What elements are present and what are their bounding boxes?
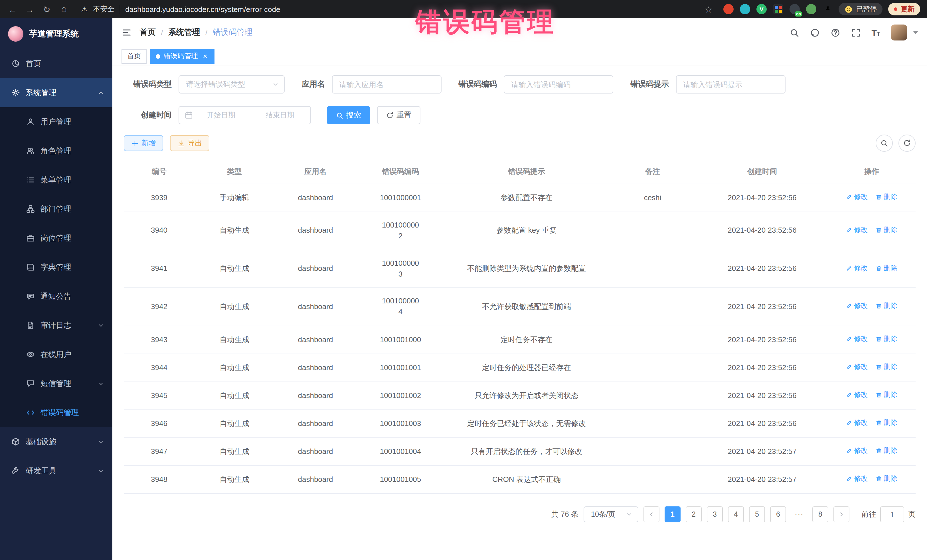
edit-link[interactable]: 修改 — [846, 362, 868, 372]
error-type-select[interactable]: 请选择错误码类型 — [179, 75, 285, 94]
error-hint-input[interactable] — [676, 75, 785, 94]
delete-link[interactable]: 删除 — [876, 446, 897, 456]
delete-link[interactable]: 删除 — [876, 192, 897, 202]
address-bar[interactable]: 不安全 dashboard.yudao.iocoder.cn/system/er… — [75, 1, 718, 17]
sidebar-item[interactable]: 系统管理 — [0, 78, 112, 107]
tab-close-icon[interactable] — [201, 52, 209, 60]
chevron-right-icon — [838, 511, 845, 518]
cell-type: 自动生成 — [195, 212, 274, 250]
dark-on-extension-icon[interactable]: on — [790, 4, 800, 14]
app-name-input[interactable] — [332, 75, 441, 94]
error-code-input[interactable] — [504, 75, 613, 94]
breadcrumb-item[interactable]: 首页 — [140, 27, 156, 38]
edit-link[interactable]: 修改 — [846, 474, 868, 484]
page-button[interactable]: 2 — [686, 507, 702, 523]
reset-button[interactable]: 重置 — [377, 106, 421, 124]
edit-link[interactable]: 修改 — [846, 390, 868, 400]
edit-link[interactable]: 修改 — [846, 301, 868, 311]
grid-extension-icon[interactable] — [773, 4, 783, 14]
green-leaf-extension-icon[interactable] — [806, 4, 816, 14]
edit-link[interactable]: 修改 — [846, 225, 868, 235]
logo[interactable]: 芋道管理系统 — [0, 18, 112, 49]
browser-back-icon[interactable] — [7, 3, 18, 15]
sidebar-item[interactable]: 用户管理 — [0, 107, 112, 136]
box-icon — [11, 437, 20, 446]
search-button[interactable]: 搜索 — [327, 106, 370, 124]
browser-home-icon[interactable] — [58, 3, 70, 15]
tab[interactable]: 首页 — [122, 49, 147, 64]
help-icon[interactable] — [830, 28, 840, 37]
refresh-table-button[interactable] — [898, 135, 916, 152]
delete-link[interactable]: 删除 — [876, 418, 897, 428]
page-button[interactable]: 1 — [664, 507, 681, 523]
security-indicator[interactable]: 不安全 — [79, 3, 114, 15]
font-size-icon[interactable] — [871, 28, 880, 37]
sidebar-item[interactable]: 审计日志 — [0, 311, 112, 340]
delete-link[interactable]: 删除 — [876, 474, 897, 484]
sidebar-item[interactable]: 岗位管理 — [0, 223, 112, 253]
red-circle-extension-icon[interactable] — [723, 4, 734, 14]
page-size-select[interactable]: 10条/页 — [584, 507, 638, 523]
paused-label: 已暂停 — [856, 4, 877, 14]
sidebar-item[interactable]: 字典管理 — [0, 253, 112, 282]
sidebar-item[interactable]: 通知公告 — [0, 282, 112, 311]
show-search-button[interactable] — [876, 135, 893, 152]
edit-link[interactable]: 修改 — [846, 192, 868, 202]
teal-circle-extension-icon[interactable] — [740, 4, 750, 14]
sidebar-item[interactable]: 短信管理 — [0, 369, 112, 398]
page-button[interactable]: 3 — [707, 507, 723, 523]
bookmark-star-icon[interactable] — [703, 3, 714, 15]
search-icon[interactable] — [789, 28, 799, 37]
next-page-button[interactable] — [833, 507, 849, 523]
sidebar-item[interactable]: 错误码管理 — [0, 398, 112, 427]
edit-link[interactable]: 修改 — [846, 446, 868, 456]
cell-type: 自动生成 — [195, 466, 274, 494]
edit-link[interactable]: 修改 — [846, 334, 868, 344]
delete-link[interactable]: 删除 — [876, 225, 897, 235]
sidebar-item[interactable]: 角色管理 — [0, 136, 112, 165]
filter-type-label: 错误码类型 — [124, 79, 172, 90]
delete-link[interactable]: 删除 — [876, 334, 897, 344]
page-button[interactable]: 5 — [749, 507, 765, 523]
caret-down-icon[interactable] — [913, 31, 918, 34]
page-button[interactable]: 4 — [728, 507, 744, 523]
delete-link[interactable]: 删除 — [876, 263, 897, 273]
edit-link[interactable]: 修改 — [846, 263, 868, 273]
browser-reload-icon[interactable] — [41, 3, 53, 15]
sidebar-item-label: 在线用户 — [41, 349, 104, 360]
edit-link[interactable]: 修改 — [846, 418, 868, 428]
add-button[interactable]: 新增 — [124, 135, 163, 151]
profile-avatar-icon — [844, 5, 853, 14]
table-row: 3943自动生成dashboard1001001000定时任务不存在2021-0… — [124, 326, 916, 354]
pin-extension-icon[interactable] — [823, 4, 833, 14]
hamburger-icon[interactable] — [122, 27, 132, 38]
download-icon — [178, 140, 185, 147]
sidebar-item[interactable]: 在线用户 — [0, 340, 112, 369]
sidebar-item[interactable]: 首页 — [0, 49, 112, 78]
breadcrumb-item[interactable]: 系统管理 — [168, 27, 200, 38]
table-row: 3947自动生成dashboard1001001004只有开启状态的任务，才可以… — [124, 438, 916, 466]
sidebar-item[interactable]: 菜单管理 — [0, 165, 112, 194]
fullscreen-icon[interactable] — [851, 28, 860, 37]
prev-page-button[interactable] — [643, 507, 660, 523]
tab[interactable]: 错误码管理 — [150, 49, 214, 64]
sidebar-item[interactable]: 部门管理 — [0, 194, 112, 223]
page-button[interactable]: 8 — [812, 507, 828, 523]
user-avatar[interactable] — [891, 24, 907, 41]
profile-paused-badge[interactable]: 已暂停 — [839, 3, 883, 15]
date-range-picker[interactable]: 开始日期 - 结束日期 — [179, 106, 311, 124]
delete-link[interactable]: 删除 — [876, 390, 897, 400]
github-icon[interactable] — [810, 28, 819, 37]
delete-link[interactable]: 删除 — [876, 301, 897, 311]
sidebar-item-label: 岗位管理 — [41, 233, 104, 243]
green-v-extension-icon[interactable]: V — [757, 4, 767, 14]
browser-forward-icon[interactable] — [24, 3, 35, 15]
update-button[interactable]: 更新 — [888, 3, 920, 15]
goto-page-input[interactable] — [880, 507, 904, 523]
more-pages-button[interactable]: ··· — [791, 507, 807, 523]
page-button[interactable]: 6 — [770, 507, 786, 523]
export-button[interactable]: 导出 — [170, 135, 209, 151]
delete-link[interactable]: 删除 — [876, 362, 897, 372]
sidebar-item[interactable]: 研发工具 — [0, 456, 112, 485]
sidebar-item[interactable]: 基础设施 — [0, 427, 112, 456]
